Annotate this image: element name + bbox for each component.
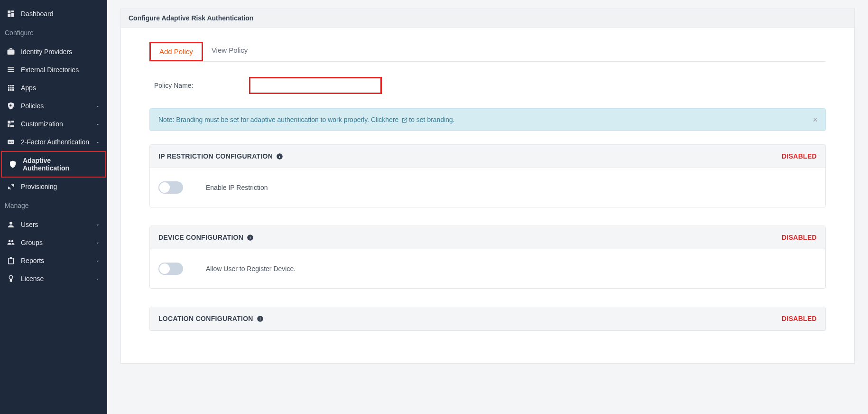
apps-icon <box>7 84 15 92</box>
sync-icon <box>7 182 15 191</box>
sidebar-item-identity-providers[interactable]: Identity Providers <box>0 43 107 61</box>
sidebar-item-label: 2-Factor Authentication <box>21 138 89 146</box>
sidebar-item-label: External Directories <box>21 66 79 74</box>
sidebar-item-2factor[interactable]: 123 2-Factor Authentication <box>0 133 107 151</box>
svg-text:i: i <box>249 235 251 240</box>
sidebar-item-license[interactable]: License <box>0 270 107 288</box>
sidebar-section-configure: Configure <box>0 23 107 43</box>
sidebar-item-label: Users <box>21 221 38 228</box>
sidebar-item-label: Provisioning <box>21 183 57 190</box>
dashboard-icon <box>7 9 15 18</box>
sidebar-item-label: Identity Providers <box>21 48 72 56</box>
chevron-down-icon <box>95 103 101 109</box>
sidebar-item-customization[interactable]: Customization <box>0 115 107 133</box>
card-header: DEVICE CONFIGURATION i DISABLED <box>150 226 825 249</box>
card-body: Allow User to Register Device. <box>150 249 825 288</box>
sidebar-item-label: Policies <box>21 102 44 110</box>
chevron-down-icon <box>95 139 101 145</box>
chevron-down-icon <box>95 258 101 263</box>
svg-text:i: i <box>279 154 280 159</box>
device-register-toggle[interactable] <box>158 263 183 275</box>
group-icon <box>7 238 15 247</box>
content-area: Add Policy View Policy Policy Name: Note… <box>120 28 855 364</box>
card-title: IP RESTRICTION CONFIGURATION i <box>158 152 283 160</box>
sidebar-item-reports[interactable]: Reports <box>0 252 107 270</box>
info-icon[interactable]: i <box>257 315 264 322</box>
award-icon <box>7 274 15 283</box>
user-icon <box>7 220 15 229</box>
location-config-card: LOCATION CONFIGURATION i DISABLED <box>149 307 826 331</box>
close-icon[interactable]: × <box>813 115 818 124</box>
sidebar-item-label: Apps <box>21 84 36 92</box>
info-icon[interactable]: i <box>247 234 254 241</box>
sidebar-item-adaptive-auth[interactable]: Adaptive Authentication <box>1 151 106 178</box>
svg-text:123: 123 <box>9 141 14 143</box>
sidebar-item-apps[interactable]: Apps <box>0 79 107 97</box>
info-text-suffix: to set branding. <box>409 116 455 123</box>
card-title: LOCATION CONFIGURATION i <box>158 315 264 322</box>
card-title: DEVICE CONFIGURATION i <box>158 234 254 241</box>
card-body: Enable IP Restriction <box>150 168 825 207</box>
status-badge: DISABLED <box>782 315 817 322</box>
toggle-label: Enable IP Restriction <box>206 184 268 191</box>
shield-search-icon <box>7 102 15 110</box>
sidebar-item-label: Reports <box>21 257 44 264</box>
clipboard-icon <box>7 256 15 265</box>
list-icon <box>7 66 15 74</box>
policy-name-label: Policy Name: <box>154 82 249 89</box>
sidebar-item-label: Customization <box>21 120 63 128</box>
number-icon: 123 <box>7 138 15 146</box>
shield-check-icon <box>9 160 17 169</box>
tab-add-policy[interactable]: Add Policy <box>149 42 203 61</box>
external-link-icon <box>401 117 408 123</box>
branding-info-box: Note: Branding must be set for adaptive … <box>149 108 826 131</box>
tabs: Add Policy View Policy <box>149 42 826 62</box>
info-icon[interactable]: i <box>276 153 283 160</box>
sidebar-item-label: Adaptive Authentication <box>23 157 99 172</box>
page-title: Configure Adaptive Risk Authentication <box>120 9 855 28</box>
status-badge: DISABLED <box>782 234 817 241</box>
card-header: LOCATION CONFIGURATION i DISABLED <box>150 307 825 330</box>
sidebar-item-dashboard[interactable]: Dashboard <box>0 5 107 23</box>
sidebar-item-label: Dashboard <box>21 10 54 18</box>
ip-restriction-card: IP RESTRICTION CONFIGURATION i DISABLED … <box>149 144 826 207</box>
main-content: Configure Adaptive Risk Authentication A… <box>107 0 868 414</box>
tab-view-policy[interactable]: View Policy <box>203 42 256 61</box>
ip-restriction-toggle[interactable] <box>158 181 183 194</box>
sidebar-item-policies[interactable]: Policies <box>0 97 107 115</box>
sidebar-item-groups[interactable]: Groups <box>0 234 107 252</box>
sidebar-item-provisioning[interactable]: Provisioning <box>0 178 107 196</box>
sidebar-section-manage: Manage <box>0 196 107 216</box>
chevron-down-icon <box>95 121 101 127</box>
sidebar-item-users[interactable]: Users <box>0 216 107 234</box>
sidebar-item-label: License <box>21 275 44 282</box>
device-config-card: DEVICE CONFIGURATION i DISABLED Allow Us… <box>149 226 826 289</box>
sidebar-item-external-directories[interactable]: External Directories <box>0 61 107 79</box>
chevron-down-icon <box>95 240 101 245</box>
info-text-prefix: Note: Branding must be set for adaptive … <box>158 116 385 123</box>
status-badge: DISABLED <box>782 152 817 160</box>
chevron-down-icon <box>95 222 101 227</box>
svg-text:i: i <box>259 316 261 321</box>
sidebar-item-label: Groups <box>21 239 43 246</box>
briefcase-icon <box>7 47 15 56</box>
customize-icon <box>7 120 15 128</box>
sidebar: Dashboard Configure Identity Providers E… <box>0 0 107 414</box>
card-header: IP RESTRICTION CONFIGURATION i DISABLED <box>150 145 825 168</box>
policy-name-input[interactable] <box>249 77 382 94</box>
branding-link[interactable]: here <box>385 116 409 123</box>
toggle-label: Allow User to Register Device. <box>206 265 295 273</box>
chevron-down-icon <box>95 276 101 282</box>
policy-name-row: Policy Name: <box>149 72 826 108</box>
